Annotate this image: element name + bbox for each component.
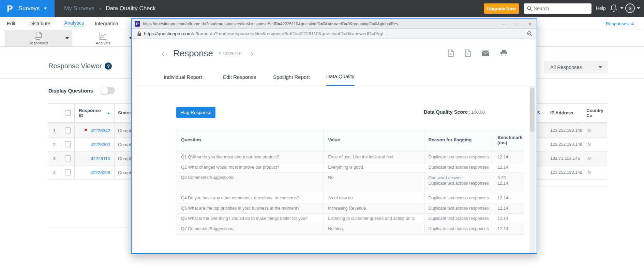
tab-edit-response[interactable]: Edit Response: [223, 68, 256, 86]
ip-cell: 123.252.193.148: [546, 166, 582, 180]
value-cell: Increasing Revenue.: [324, 203, 424, 213]
table-row: 123.252.193.148 IN: [530, 138, 607, 152]
help-icon[interactable]: ?: [105, 62, 112, 70]
account-menu[interactable]: S: [625, 3, 640, 13]
benchmark-cell: 12.14: [493, 193, 524, 203]
breadcrumb-my-surveys[interactable]: My Surveys: [64, 5, 94, 12]
column-question: Question: [177, 129, 324, 151]
product-menu-label: Surveys: [18, 5, 39, 12]
column-ip-address[interactable]: IP Address: [546, 104, 582, 122]
response-id-link[interactable]: 42226110: [91, 156, 110, 161]
responses-table-right-header: 5 IP Address Country Co: [530, 104, 607, 122]
tab-spotlight-report[interactable]: Spotlight Report: [273, 68, 310, 86]
address-bar[interactable]: https://questionpro.com/a/frame.do?mode=…: [132, 29, 537, 39]
response-tabs: Individual Report Edit Response Spotligh…: [132, 68, 537, 86]
table-row: 4 42226099 Comple: [48, 166, 133, 180]
toggle-knob: [101, 87, 108, 95]
sort-asc-icon: ▲: [107, 111, 110, 115]
window-title-bar[interactable]: P https://questionpro.com/a/frame.do?mod…: [132, 19, 537, 29]
maximize-icon[interactable]: □: [515, 22, 518, 27]
question-cell: Q2 What changes would most improve our p…: [177, 163, 324, 172]
benchmark-cell: 3.29 12.14: [493, 173, 524, 193]
breadcrumb: My Surveys › Data Quality Check: [64, 0, 156, 17]
response-id-link[interactable]: 42226099: [90, 170, 110, 175]
chevron-down-icon: [637, 7, 640, 9]
table-row: Q7 Comments/Suggestions: Nothing. Duplic…: [177, 224, 524, 234]
select-all-cell: [61, 104, 75, 122]
table-row: 2 42226300 Comple: [48, 138, 133, 152]
country-cell: IN: [582, 152, 608, 166]
column-value: Value: [324, 129, 424, 151]
response-filter-dropdown[interactable]: All Responses: [544, 61, 608, 73]
address-url: https://questionpro.com/a/frame.do?mode=…: [144, 31, 512, 36]
tab-edit[interactable]: Edit: [7, 17, 15, 30]
response-id-link[interactable]: 42226300: [90, 142, 110, 147]
print-icon[interactable]: [500, 50, 507, 56]
country-cell: IN: [582, 138, 608, 152]
reason-cell: Duplicate text across responses: [424, 224, 494, 234]
export-pdf-icon[interactable]: A: [448, 50, 454, 57]
select-all-checkbox[interactable]: [65, 110, 71, 116]
response-id-link[interactable]: 42226342: [90, 128, 110, 133]
next-response-icon[interactable]: ›: [251, 50, 253, 58]
previous-response-icon[interactable]: ‹: [162, 50, 164, 58]
tab-analytics[interactable]: Analytics: [64, 17, 84, 30]
analysis-chart-icon: [98, 31, 108, 41]
product-switcher[interactable]: P Surveys: [0, 0, 55, 17]
table-row: Q6 What is the one thing I should do to …: [177, 214, 524, 224]
chevron-down-icon: [599, 66, 602, 68]
table-row: Q1 QWhat do you like most about our new …: [177, 152, 524, 163]
questionpro-logo-icon: P: [7, 3, 13, 14]
data-quality-table-header: Question Value Reason for flagging Bench…: [177, 129, 524, 151]
chevron-down-icon: [65, 37, 69, 39]
benchmark-cell: 12.14: [493, 214, 524, 224]
flag-response-button[interactable]: Flag Response: [176, 107, 215, 118]
toolbar-analysis-button[interactable]: Analysis: [72, 30, 134, 46]
response-filter-value: All Responses: [550, 65, 595, 70]
tab-distribute[interactable]: Distribute: [29, 17, 50, 30]
search-input[interactable]: [534, 6, 585, 11]
scrollbar-thumb[interactable]: [530, 88, 535, 132]
column-country-code[interactable]: Country Co: [582, 104, 608, 122]
column-response-id[interactable]: Response ID ▲: [75, 104, 115, 122]
display-questions-toggle[interactable]: [101, 87, 115, 94]
row-checkbox[interactable]: [65, 141, 71, 147]
tab-data-quality[interactable]: Data Quality: [326, 68, 355, 86]
chevron-down-icon: [44, 8, 47, 10]
notifications-menu[interactable]: [610, 4, 624, 12]
row-checkbox[interactable]: [65, 127, 71, 133]
question-cell: Q1 QWhat do you like most about our new …: [177, 152, 324, 162]
svg-text:A: A: [450, 53, 452, 56]
responses-table: Response ID ▲ Status 1 ⚑ 42226342 Comple…: [48, 103, 133, 227]
minimize-icon[interactable]: –: [502, 22, 505, 27]
response-editor-window: P https://questionpro.com/a/frame.do?mod…: [131, 18, 537, 254]
response-title: Response: [173, 48, 213, 59]
responses-table-right: 5 IP Address Country Co 123.252.193.148 …: [530, 103, 607, 186]
country-cell: IN: [582, 124, 608, 138]
tab-integration[interactable]: Integration: [95, 17, 118, 30]
close-icon[interactable]: ×: [528, 21, 532, 27]
row-checkbox[interactable]: [65, 155, 71, 161]
question-cell: Q7 Comments/Suggestions:: [177, 224, 324, 234]
question-cell: Q3 Comments/Suggestions:: [177, 173, 324, 193]
scrollbar-track: [529, 86, 535, 253]
global-search[interactable]: [524, 3, 591, 14]
table-row: Q5 What are the top priorities in your b…: [177, 203, 524, 214]
row-checkbox[interactable]: [65, 169, 71, 175]
reason-cell: One word answer Duplicate text across re…: [424, 173, 494, 193]
chevron-down-icon: [620, 7, 624, 9]
help-link[interactable]: Help: [596, 5, 606, 11]
tab-individual-report[interactable]: Individual Report: [164, 68, 202, 86]
page-title: Response Viewer: [48, 62, 102, 70]
zoom-out-icon[interactable]: [527, 31, 533, 37]
email-icon[interactable]: [482, 51, 489, 56]
toolbar-responses-button[interactable]: Responses: [5, 30, 72, 46]
bell-icon: [610, 4, 617, 12]
reason-cell: Duplicate text across responses: [424, 214, 494, 224]
upgrade-now-button[interactable]: Upgrade Now: [484, 3, 519, 14]
table-row: Q4 Do you have any other comments, quest…: [177, 193, 524, 203]
ip-cell: 123.252.193.148: [546, 138, 582, 152]
table-row: 123.252.193.148 IN: [530, 124, 607, 138]
export-excel-icon[interactable]: X: [465, 50, 471, 57]
flagged-icon: ⚑: [84, 128, 88, 133]
